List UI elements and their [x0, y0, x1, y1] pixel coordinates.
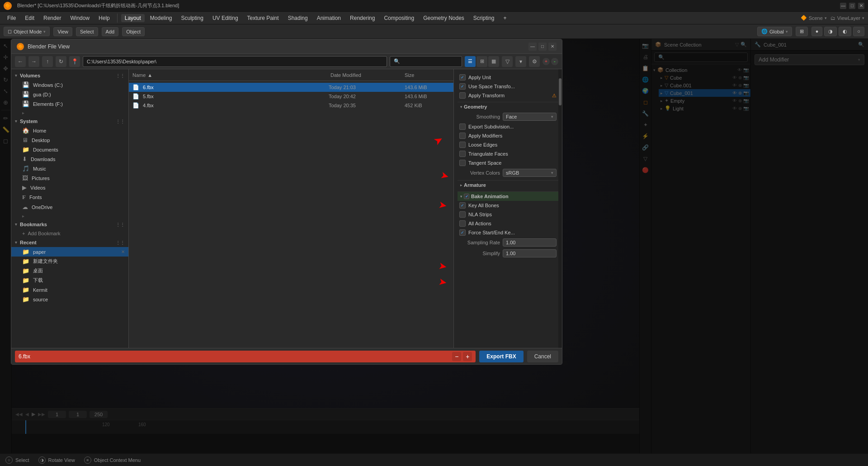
- menu-help[interactable]: Help: [95, 14, 113, 22]
- key-all-bones-checkbox[interactable]: ✓: [459, 202, 466, 209]
- sort-btn[interactable]: ▾: [515, 56, 526, 67]
- add-bookmark-button[interactable]: + Add Bookmark: [11, 229, 128, 238]
- loose-edges-checkbox[interactable]: [459, 142, 466, 148]
- maximize-button[interactable]: □: [849, 3, 855, 9]
- apply-transform-checkbox[interactable]: [459, 92, 466, 99]
- menu-render[interactable]: Render: [40, 14, 65, 22]
- shading-wireframe[interactable]: ○: [853, 27, 864, 36]
- menu-edit[interactable]: Edit: [21, 14, 38, 22]
- shading-rendered[interactable]: ◐: [839, 27, 851, 36]
- sidebar-recent-source[interactable]: 📁 source: [11, 295, 128, 304]
- recent-options-icon[interactable]: ⋮⋮: [116, 240, 125, 245]
- tangent-space-checkbox[interactable]: [459, 160, 466, 166]
- transform-pivot-selector[interactable]: 🌐 Global ▾: [757, 27, 792, 36]
- shading-material[interactable]: ◑: [824, 27, 837, 36]
- sidebar-desktop[interactable]: 🖥 Desktop: [11, 135, 128, 145]
- file-item-4fbx[interactable]: 📄 4.fbx Today 20:35 452 KiB: [129, 101, 453, 110]
- export-subdivision-checkbox[interactable]: [459, 124, 466, 130]
- workspace-geometry-nodes[interactable]: Geometry Nodes: [420, 14, 468, 22]
- col-size-header[interactable]: Size: [405, 72, 450, 78]
- system-more[interactable]: ▸: [22, 214, 24, 219]
- settings-btn[interactable]: ⚙: [529, 56, 540, 67]
- sidebar-music[interactable]: 🎵 Music: [11, 164, 128, 173]
- paper-close-icon[interactable]: ✕: [121, 249, 125, 254]
- sampling-rate-input[interactable]: 1.00: [503, 238, 557, 247]
- menu-window[interactable]: Window: [66, 14, 93, 22]
- armature-section-header[interactable]: ▸ Armature: [458, 180, 558, 190]
- sidebar-recent-downloads[interactable]: 📁 下载: [11, 276, 128, 285]
- dialog-close-btn[interactable]: ✕: [548, 43, 557, 51]
- volumes-options-icon[interactable]: ⋮⋮: [116, 73, 125, 78]
- sidebar-pictures[interactable]: 🖼 Pictures: [11, 173, 128, 183]
- cancel-button[interactable]: Cancel: [527, 351, 558, 362]
- nav-back-btn[interactable]: ←: [15, 56, 26, 67]
- bake-animation-section-header[interactable]: ▾ ✓ Bake Animation: [458, 191, 558, 201]
- list-view-btn[interactable]: ☰: [465, 56, 476, 67]
- workspace-compositing[interactable]: Compositing: [380, 14, 418, 22]
- dialog-maximize-btn[interactable]: □: [538, 43, 547, 51]
- filename-plus-btn[interactable]: +: [463, 352, 472, 361]
- simplify-input[interactable]: 1.00: [503, 249, 557, 257]
- select-button[interactable]: Select: [76, 27, 98, 36]
- filename-minus-btn[interactable]: −: [452, 352, 461, 361]
- col-date-header[interactable]: Date Modified: [330, 72, 403, 78]
- workspace-animation[interactable]: Animation: [313, 14, 344, 22]
- system-options-icon[interactable]: ⋮⋮: [116, 119, 125, 124]
- sidebar-gua[interactable]: 💾 gua (D:): [11, 90, 128, 99]
- sidebar-documents[interactable]: 📁 Documents: [11, 145, 128, 154]
- all-actions-checkbox[interactable]: [459, 220, 466, 227]
- nla-strips-checkbox[interactable]: [459, 211, 466, 218]
- sidebar-fonts[interactable]: F Fonts: [11, 192, 128, 202]
- bake-animation-checkbox[interactable]: ✓: [464, 194, 469, 199]
- minimize-button[interactable]: —: [840, 3, 846, 9]
- workspace-rendering[interactable]: Rendering: [346, 14, 378, 22]
- zoom-in-btn[interactable]: +: [542, 58, 550, 65]
- object-button[interactable]: Object: [122, 27, 145, 36]
- apply-unit-checkbox[interactable]: ✓: [459, 74, 466, 81]
- thumbnail-view-btn[interactable]: ▦: [488, 56, 499, 67]
- apply-modifiers-checkbox[interactable]: [459, 133, 466, 139]
- file-item-6fbx[interactable]: 📄 6.fbx Today 21:03 143.6 MiB: [129, 83, 453, 92]
- options-scrollbar-thumb[interactable]: [559, 78, 561, 105]
- force-start-end-checkbox[interactable]: ✓: [459, 229, 466, 236]
- col-name-header[interactable]: Name ▲: [132, 72, 329, 78]
- workspace-layout[interactable]: Layout: [121, 14, 145, 22]
- sidebar-recent-kermit[interactable]: 📁 Kermit: [11, 285, 128, 295]
- zoom-out-btn[interactable]: -: [551, 58, 558, 65]
- add-button[interactable]: Add: [102, 27, 119, 36]
- triangulate-faces-checkbox[interactable]: [459, 151, 466, 157]
- smoothing-dropdown[interactable]: Face ▾: [503, 113, 557, 121]
- file-item-5fbx[interactable]: 📄 5.fbx Today 20:42 143.6 MiB: [129, 92, 453, 101]
- sidebar-recent-paper[interactable]: 📁 paper ✕: [11, 247, 128, 257]
- workspace-shading[interactable]: Shading: [284, 14, 311, 22]
- sidebar-onedrive[interactable]: ☁ OneDrive: [11, 202, 128, 212]
- sidebar-windows[interactable]: 💾 Windows (C:): [11, 80, 128, 90]
- sidebar-downloads[interactable]: ⬇ Downloads: [11, 154, 128, 164]
- menu-file[interactable]: File: [4, 14, 19, 22]
- grid-view-btn[interactable]: ⊞: [476, 56, 487, 67]
- path-input[interactable]: C:\Users\13535\Desktop\paper\: [83, 56, 387, 67]
- filename-input[interactable]: 6.fbx − +: [15, 351, 476, 362]
- snap-button[interactable]: ⊞: [796, 27, 808, 36]
- options-scrollbar[interactable]: [558, 69, 562, 348]
- bookmarks-section-header[interactable]: ▾ Bookmarks ⋮⋮: [11, 220, 128, 229]
- recent-section-header[interactable]: ▾ Recent ⋮⋮: [11, 238, 128, 247]
- export-fbx-button[interactable]: Export FBX: [479, 351, 523, 362]
- sidebar-home[interactable]: 🏠 Home: [11, 126, 128, 135]
- workspace-uv-editing[interactable]: UV Editing: [209, 14, 242, 22]
- volumes-more[interactable]: ▸: [22, 110, 24, 115]
- filter-btn[interactable]: ▽: [502, 56, 513, 67]
- workspace-sculpting[interactable]: Sculpting: [178, 14, 207, 22]
- nav-refresh-btn[interactable]: ↻: [56, 56, 66, 67]
- scene-selector[interactable]: 🔶Scene▾: [801, 15, 827, 21]
- use-space-transform-checkbox[interactable]: ✓: [459, 83, 466, 90]
- geometry-section-header[interactable]: ▾ Geometry: [458, 102, 558, 111]
- bookmarks-options-icon[interactable]: ⋮⋮: [116, 222, 125, 227]
- nav-location-btn[interactable]: 📍: [69, 56, 80, 67]
- sidebar-videos[interactable]: ▶ Videos: [11, 183, 128, 192]
- system-section-header[interactable]: ▾ System ⋮⋮: [11, 117, 128, 126]
- search-input[interactable]: 🔍: [390, 56, 462, 67]
- sidebar-recent-new-folder[interactable]: 📁 新建文件夹: [11, 257, 128, 266]
- dialog-minimize-btn[interactable]: —: [528, 43, 537, 51]
- mode-selector[interactable]: ◻ Object Mode ▾: [4, 27, 50, 36]
